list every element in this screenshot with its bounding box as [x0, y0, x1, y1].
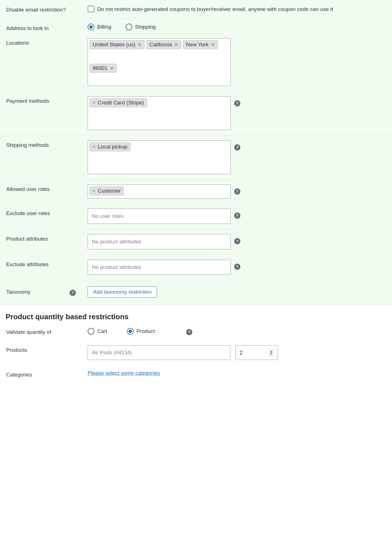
row-exclude-attrs: Exclude attributes ?	[0, 255, 392, 280]
exclude-roles-input[interactable]	[88, 209, 231, 224]
label-allowed-roles: Allowed user roles	[6, 184, 88, 192]
radio-circle-icon	[88, 24, 94, 30]
row-allowed-roles: Allowed user roles × Customer ?	[0, 179, 392, 204]
radio-circle-icon	[126, 24, 132, 30]
allowed-roles-input[interactable]: × Customer	[88, 184, 231, 198]
remove-tag-icon[interactable]: ×	[93, 144, 95, 150]
products-input[interactable]	[88, 345, 230, 360]
checkbox-disable-email[interactable]	[88, 6, 94, 12]
help-icon[interactable]: ?	[234, 144, 240, 150]
label-exclude-roles: Exclude user roles	[6, 209, 88, 216]
radio-label-cart: Cart	[97, 328, 107, 334]
radio-label-shipping: Shipping	[135, 24, 156, 30]
remove-tag-icon[interactable]: ×	[93, 100, 95, 106]
help-icon[interactable]: ?	[234, 264, 240, 270]
tag-text: 96001	[93, 65, 108, 71]
shipping-input[interactable]: × Local pickup	[88, 140, 231, 174]
label-payment: Payment methods	[6, 96, 88, 104]
tag-location[interactable]: 96001 ✕	[90, 64, 117, 73]
label-exclude-attrs: Exclude attributes	[6, 260, 88, 268]
radio-group-validate: Cart Product	[88, 328, 155, 335]
tag-text: United States (us)	[93, 42, 135, 48]
row-product-attrs: Product attributes ?	[0, 229, 392, 255]
row-disable-email: Disable email restriction? Do not restri…	[0, 0, 392, 19]
remove-tag-icon[interactable]: ×	[93, 188, 95, 194]
radio-product[interactable]: Product	[127, 328, 155, 335]
label-disable-email: Disable email restriction?	[6, 5, 88, 13]
tag-text: Credit Card (Stripe)	[98, 100, 144, 106]
remove-tag-icon[interactable]: ✕	[138, 42, 142, 48]
radio-cart[interactable]: Cart	[88, 328, 107, 335]
label-categories: Categories	[6, 370, 88, 378]
tag-role[interactable]: × Customer	[90, 186, 124, 195]
radio-group-address: Billing Shipping	[88, 24, 156, 30]
chevron-down-icon[interactable]: ▼	[270, 353, 273, 355]
row-shipping: Shipping methods × Local pickup ?	[0, 135, 392, 179]
tag-text: California	[149, 42, 172, 48]
row-taxonomy: Taxonomy ? Add taxonomy restriction	[0, 280, 392, 305]
row-address: Address to look in Billing Shipping	[0, 19, 392, 36]
radio-label-billing: Billing	[97, 24, 111, 30]
product-attrs-input[interactable]	[88, 234, 231, 249]
tag-location[interactable]: New York ✕	[183, 40, 218, 49]
label-locations: Locations	[6, 38, 88, 46]
row-payment: Payment methods × Credit Card (Stripe) ?	[0, 91, 392, 135]
tag-payment[interactable]: × Credit Card (Stripe)	[90, 98, 147, 107]
row-validate-qty: Validate quantity of Cart Product ?	[0, 323, 392, 340]
label-taxonomy-wrap: Taxonomy ?	[6, 286, 81, 296]
radio-circle-icon	[127, 328, 134, 335]
help-icon[interactable]: ?	[70, 290, 76, 296]
row-exclude-roles: Exclude user roles ?	[0, 204, 392, 229]
remove-tag-icon[interactable]: ✕	[211, 42, 215, 48]
remove-tag-icon[interactable]: ✕	[110, 65, 114, 71]
radio-label-product: Product	[136, 328, 155, 334]
radio-shipping[interactable]: Shipping	[126, 24, 156, 30]
tag-location[interactable]: California ✕	[146, 40, 181, 49]
radio-billing[interactable]: Billing	[88, 24, 111, 30]
label-validate-qty: Validate quantity of	[6, 327, 88, 335]
heading-qty-restrictions: Product quantity based restrictions	[0, 305, 392, 323]
label-product-attrs: Product attributes	[6, 234, 88, 242]
add-taxonomy-button[interactable]: Add taxonomy restriction	[88, 286, 157, 298]
radio-circle-icon	[88, 328, 94, 335]
label-taxonomy: Taxonomy	[6, 289, 31, 295]
stepper-buttons[interactable]: ▲ ▼	[268, 348, 274, 357]
tag-shipping[interactable]: × Local pickup	[90, 142, 131, 151]
help-icon[interactable]: ?	[234, 188, 240, 195]
label-address: Address to look in	[6, 24, 88, 31]
tag-text: New York	[186, 42, 208, 48]
help-icon[interactable]: ?	[234, 213, 240, 219]
row-locations: Locations United States (us) ✕ Californi…	[0, 36, 392, 91]
label-shipping: Shipping methods	[6, 140, 88, 148]
qty-value: 2	[240, 350, 243, 356]
remove-tag-icon[interactable]: ✕	[174, 42, 178, 48]
locations-input[interactable]: United States (us) ✕ California ✕ New Yo…	[88, 38, 231, 86]
tag-text: Local pickup	[98, 144, 127, 150]
help-icon[interactable]: ?	[186, 329, 192, 335]
payment-input[interactable]: × Credit Card (Stripe)	[88, 96, 231, 130]
desc-disable-email: Do not restrict auto-generated coupons t…	[97, 5, 333, 13]
help-icon[interactable]: ?	[234, 100, 240, 106]
exclude-attrs-input[interactable]	[88, 260, 231, 275]
row-products: Products 2 ▲ ▼	[0, 340, 392, 365]
label-products: Products	[6, 345, 88, 353]
help-icon[interactable]: ?	[234, 238, 240, 244]
row-categories: Categories Please select some categories	[0, 365, 392, 386]
select-categories-link[interactable]: Please select some categories	[88, 370, 160, 376]
quantity-stepper[interactable]: 2 ▲ ▼	[235, 345, 277, 360]
tag-text: Customer	[98, 188, 121, 194]
tag-location[interactable]: United States (us) ✕	[90, 40, 145, 49]
